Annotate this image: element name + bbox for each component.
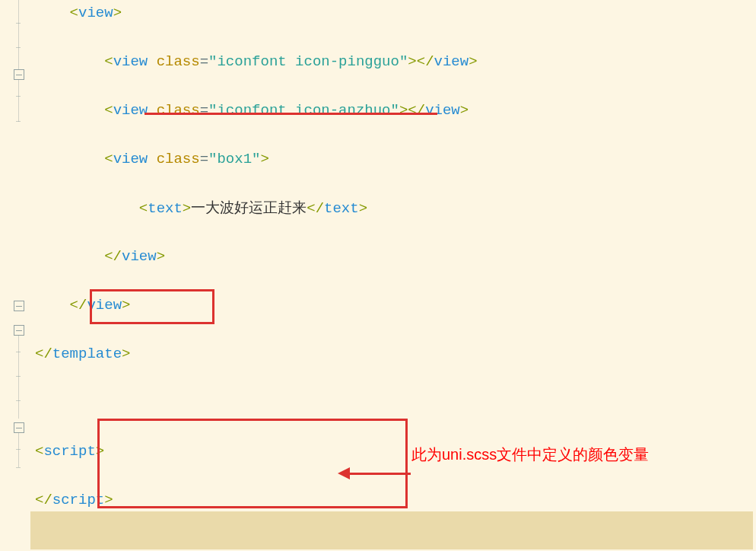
code-line: <view class="iconfont icon-anzhuo"></vie…: [35, 98, 478, 123]
fold-toggle[interactable]: [14, 422, 24, 433]
code-line: <view>: [35, 1, 478, 25]
code-line: </view>: [35, 293, 478, 317]
code-line: <view class="iconfont icon-pingguo"></vi…: [35, 49, 478, 74]
fold-guide: [18, 0, 19, 71]
fold-toggle[interactable]: [14, 325, 24, 336]
annotation-arrow-head: [338, 467, 350, 479]
annotation-label: 此为uni.scss文件中定义的颜色变量: [411, 442, 649, 467]
fold-toggle[interactable]: [14, 69, 24, 80]
code-line: <text>一大波好运正赶来</text>: [35, 196, 478, 220]
code-line: </template>: [35, 342, 478, 366]
fold-guide: [18, 79, 19, 122]
fold-guide: [18, 335, 19, 419]
fold-guide: [18, 432, 19, 467]
annotation-underline: [145, 113, 437, 115]
code-line: </script>: [35, 488, 478, 512]
code-line: </view>: [35, 244, 478, 269]
code-line: [35, 390, 478, 415]
code-area[interactable]: <view> <view class="iconfont icon-pinggu…: [35, 0, 478, 551]
code-line: <view class="box1">: [35, 147, 478, 171]
selection-highlight: [30, 511, 753, 549]
fold-toggle[interactable]: [14, 301, 24, 311]
annotation-arrow: [350, 473, 411, 475]
fold-gutter: [0, 0, 29, 551]
